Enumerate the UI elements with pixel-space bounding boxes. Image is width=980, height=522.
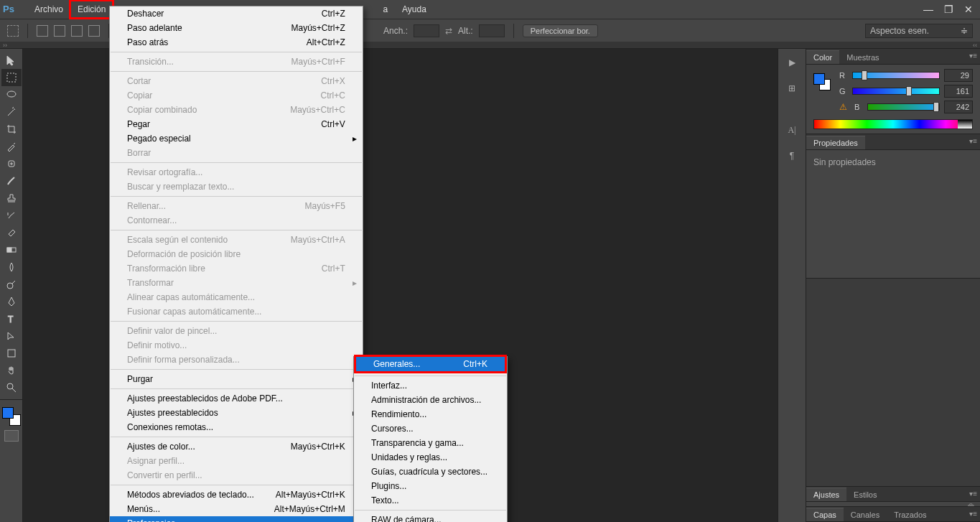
menu-item[interactable]: Paso atrásAlt+Ctrl+Z	[110, 35, 363, 50]
height-input[interactable]	[479, 24, 505, 37]
submenu-item[interactable]: Plugins...	[354, 479, 507, 493]
mode-int-icon[interactable]	[88, 25, 100, 37]
menu-item[interactable]: DeshacerCtrl+Z	[110, 6, 363, 21]
edit-menu-dropdown: DeshacerCtrl+ZPaso adelanteMayús+Ctrl+ZP…	[109, 6, 363, 522]
tab-estilos[interactable]: Estilos	[846, 488, 884, 501]
eraser-tool[interactable]	[1, 224, 22, 241]
menu-item: Definir forma personalizada...	[110, 353, 363, 367]
menu-item: Borrar	[110, 146, 363, 160]
move-tool[interactable]	[1, 52, 22, 69]
hand-tool[interactable]	[1, 362, 22, 379]
submenu-item[interactable]: Guías, cuadrícula y sectores...	[354, 465, 507, 479]
blur-tool[interactable]	[1, 258, 22, 276]
width-input[interactable]	[414, 24, 439, 37]
tab-color[interactable]: Color	[806, 50, 839, 64]
history-brush-tool[interactable]	[1, 207, 22, 224]
menu-item[interactable]: Métodos abreviados de teclado...Alt+Mayú…	[110, 488, 363, 502]
brush-tool[interactable]	[1, 172, 22, 190]
char-icon[interactable]: A|	[783, 122, 801, 138]
pen-tool[interactable]	[1, 293, 22, 310]
refine-edge-button[interactable]: Perfeccionar bor.	[523, 24, 598, 37]
submenu-item[interactable]: Texto...	[354, 493, 507, 508]
menu-item[interactable]: Menús...Alt+Mayús+Ctrl+M	[110, 502, 363, 516]
r-slider[interactable]	[852, 72, 940, 79]
menu-item[interactable]: Paso adelanteMayús+Ctrl+Z	[110, 21, 363, 35]
menu-item[interactable]: Pegado especial▸	[110, 131, 363, 146]
submenu-item[interactable]: Rendimiento...	[354, 407, 507, 421]
maximize-button[interactable]: ❐	[938, 1, 958, 17]
panel-menu-icon[interactable]: ▾≡	[969, 52, 977, 60]
b-slider[interactable]	[867, 103, 940, 111]
submenu-item[interactable]: Cursores...	[354, 421, 507, 436]
tab-capas[interactable]: Capas	[806, 508, 844, 521]
tab-properties[interactable]: Propiedades	[806, 136, 865, 149]
submenu-item[interactable]: Interfaz...	[354, 378, 507, 393]
quick-mask-toggle[interactable]	[4, 430, 19, 442]
submenu-item[interactable]: RAW de cámara...	[354, 513, 507, 522]
marquee-tool[interactable]	[1, 69, 22, 86]
close-button[interactable]: ✕	[958, 1, 979, 17]
menu-edicion[interactable]: Edición	[70, 1, 113, 18]
stamp-tool[interactable]	[1, 190, 22, 207]
menu-item: Definir valor de pincel...	[110, 324, 363, 338]
color-ramp[interactable]	[813, 119, 973, 129]
mode-add-icon[interactable]	[54, 25, 65, 37]
menu-item: Definir motivo...	[110, 338, 363, 353]
mode-new-icon[interactable]	[37, 25, 48, 37]
menu-item: Escala según el contenidoMayús+Ctrl+A	[110, 233, 363, 247]
menu-ayuda[interactable]: Ayuda	[395, 1, 434, 18]
wand-tool[interactable]	[1, 103, 22, 121]
workspace-select[interactable]: Aspectos esen. ≑	[865, 24, 973, 38]
panel-menu-icon[interactable]: ▾≡	[969, 510, 977, 518]
panel-menu-icon[interactable]: ▾≡	[969, 490, 977, 498]
submenu-item[interactable]: Administración de archivos...	[354, 393, 507, 407]
tab-ajustes[interactable]: Ajustes	[806, 488, 846, 501]
panel-icon-1[interactable]: ⊞	[783, 80, 801, 96]
play-icon[interactable]: ▶	[783, 55, 801, 70]
minimize-button[interactable]: —	[918, 1, 938, 17]
panel-menu-icon[interactable]: ▾≡	[969, 137, 977, 145]
menu-item[interactable]: Conexiones remotas...	[110, 420, 363, 434]
gradient-tool[interactable]	[1, 241, 22, 258]
mode-sub-icon[interactable]	[71, 25, 83, 37]
menu-item[interactable]: Ajustes de color...Mayús+Ctrl+K	[110, 439, 363, 454]
r-label: R	[839, 71, 848, 80]
submenu-item[interactable]: Unidades y reglas...	[354, 450, 507, 465]
tab-trazados[interactable]: Trazados	[887, 508, 933, 521]
menu-partial[interactable]: a	[375, 1, 395, 18]
dock-icon-strip: ▶ ⊞ A| ¶	[778, 49, 806, 522]
g-slider[interactable]	[852, 88, 940, 95]
preferences-submenu: Generales...Ctrl+KInterfaz...Administrac…	[353, 356, 508, 522]
submenu-item[interactable]: Generales...Ctrl+K	[356, 357, 505, 371]
crop-tool[interactable]	[1, 121, 22, 138]
g-value[interactable]: 161	[944, 85, 973, 98]
foreground-swatch[interactable]	[2, 407, 14, 419]
zoom-tool[interactable]	[1, 379, 22, 396]
color-panel: Color Muestras ▾≡	[806, 49, 980, 134]
lasso-tool[interactable]	[1, 86, 22, 103]
eyedropper-tool[interactable]	[1, 138, 22, 155]
b-value[interactable]: 242	[944, 101, 973, 113]
gamut-warning-icon[interactable]: ⚠	[839, 102, 847, 112]
menu-item[interactable]: Ajustes preestablecidos▸	[110, 406, 363, 420]
type-tool[interactable]: T	[1, 310, 22, 327]
path-select-tool[interactable]	[1, 327, 22, 345]
r-value[interactable]: 29	[944, 69, 973, 82]
menu-item[interactable]: PegarCtrl+V	[110, 117, 363, 131]
para-icon[interactable]: ¶	[783, 148, 801, 164]
submenu-item[interactable]: Transparencia y gama...	[354, 436, 507, 450]
tab-canales[interactable]: Canales	[844, 508, 887, 521]
panel-color-swatch[interactable]	[813, 73, 831, 90]
menu-item[interactable]: Purgar▸	[110, 372, 363, 386]
shape-tool[interactable]	[1, 345, 22, 362]
menu-item[interactable]: Preferencias▸	[110, 516, 363, 522]
dodge-tool[interactable]	[1, 276, 22, 293]
menu-archivo[interactable]: Archivo	[27, 1, 70, 18]
color-swatch-pair[interactable]	[2, 407, 21, 426]
menu-item: Asignar perfil...	[110, 454, 363, 468]
menu-item[interactable]: Ajustes preestablecidos de Adobe PDF...	[110, 391, 363, 406]
swap-icon[interactable]: ⇄	[445, 26, 452, 36]
workspace-label: Aspectos esen.	[870, 26, 929, 36]
heal-tool[interactable]	[1, 155, 22, 172]
tab-swatches[interactable]: Muestras	[839, 51, 886, 64]
